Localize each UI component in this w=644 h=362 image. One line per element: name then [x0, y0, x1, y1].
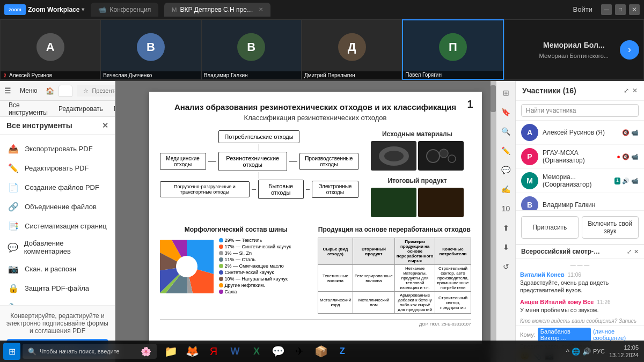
sign-icon[interactable]: ✍ [499, 182, 514, 197]
scroll-thumb[interactable] [491, 85, 496, 112]
topbar-login[interactable]: Войти [573, 5, 599, 13]
tb-app-zoom[interactable]: Z [333, 342, 352, 361]
maximize-btn[interactable]: □ [615, 4, 626, 15]
tool-protect[interactable]: 🔒 Защита PDF-файла [0, 278, 115, 298]
tb-app-office[interactable]: 📦 [311, 342, 331, 361]
chat-sender-2: Анцев ВИталий кому Все [520, 299, 594, 305]
invite-btn[interactable]: Пригласить [521, 216, 579, 239]
page-num-icon[interactable]: 10 [499, 201, 514, 216]
video-thumb-3[interactable]: В Владимир Галкин [201, 19, 302, 80]
comment-pdf-icon[interactable]: 💬 [499, 162, 514, 178]
transform-btn[interactable]: Преобразовать [109, 104, 115, 114]
tab-vcr[interactable]: M ВКР Дегтярев С.Н презента... ✕ [164, 3, 270, 17]
net-icon[interactable]: 🌐 [572, 348, 580, 356]
tab-pdf[interactable]: ☆ Презентация.pdf ✕ [77, 85, 115, 97]
participant-item-2: Р РГАУ-МСХА (Организатор) ● 🔇 📹 [516, 145, 644, 169]
home-icon[interactable]: 🏠 [46, 87, 54, 95]
tool-fix[interactable]: 🔧 Исправить PDF [0, 298, 115, 305]
keyboard-icon[interactable]: РУС [593, 348, 605, 354]
svg-point-4 [448, 155, 456, 162]
start-button[interactable]: ⊞ [3, 343, 20, 360]
tb-app-telegram[interactable]: ✈ [290, 342, 309, 361]
video-thumb-2[interactable]: В Вячеслав Дьяченко [100, 19, 201, 80]
tool-organize[interactable]: 📑 Систематизация страниц [0, 216, 115, 235]
tab-conference[interactable]: 📹 Конференция [91, 3, 158, 17]
taskbar-search[interactable]: 🔍 Чтобы начать поиск, введите 🌸 [23, 344, 157, 359]
chat-close-icon[interactable]: ✕ [634, 248, 639, 255]
tb-app-word[interactable]: W [225, 342, 245, 361]
chat-msg-2: Анцев ВИталий кому Все 11:26 У меня проб… [520, 299, 640, 314]
taskbar-clock[interactable]: 12:05 13.12.2024 [609, 344, 639, 359]
thumbnail-icon[interactable]: ⊞ [499, 85, 514, 100]
dropdown-icon[interactable]: ▾ [82, 6, 84, 12]
pop-out-icon[interactable]: ⤢ [624, 87, 629, 94]
window-controls: ─ □ ✕ [599, 4, 640, 15]
expand-icon[interactable]: ⬆ [499, 220, 514, 235]
menu-btn[interactable]: Меню [16, 85, 41, 96]
organize-icon: 📑 [8, 220, 19, 232]
tool-comment[interactable]: 💬 Добавление комментариев [0, 235, 115, 259]
scrollbar[interactable] [491, 81, 496, 362]
tb-app-files[interactable]: 📁 [161, 342, 180, 361]
unmute-btn[interactable]: Включить свой звук [582, 216, 639, 239]
search-pdf-icon[interactable]: 🔍 [499, 124, 514, 139]
office-icon: 📦 [314, 345, 328, 358]
all-tools-btn[interactable]: Все инструменты [4, 100, 52, 118]
tool-export[interactable]: 📤 Экспортировать PDF [0, 139, 115, 158]
word-icon: W [231, 346, 240, 357]
minimize-btn[interactable]: ─ [601, 4, 612, 15]
sound-icon[interactable]: 🔊 [582, 348, 591, 356]
chevron-icon[interactable]: ^ [566, 348, 569, 356]
collapse-icon[interactable]: ⬇ [499, 240, 514, 255]
annotation-icon[interactable]: ✏️ [499, 143, 514, 158]
diagram-left: Потребительские отходы Медицинские отход… [160, 130, 358, 217]
chat-pop-icon[interactable]: ⤢ [627, 248, 632, 255]
diagram-area: Потребительские отходы Медицинские отход… [160, 130, 471, 217]
tool-scan[interactable]: 📷 Скан. и распозн [0, 259, 115, 278]
zoom-logo-icon: zoom [4, 4, 26, 15]
tool-edit-pdf[interactable]: ✏️ Редактировать PDF [0, 158, 115, 178]
to-select[interactable]: Балабанов Виктор ... [538, 328, 591, 342]
tb-app-excel[interactable]: X [247, 342, 266, 361]
video-thumb-1[interactable]: А 🎙 Алексей Русинов [0, 19, 100, 80]
table-row-1: Текстильные волокна Регенерированные вол… [318, 265, 471, 292]
tb-app-yandex[interactable]: Я [204, 342, 223, 361]
mic-icon-2: 🔇 [622, 153, 630, 160]
left-panel: ☰ Меню 🏠 ВКР Дегтярев С.Н презента... ☆ … [0, 81, 115, 362]
morph-section: Морфологический состав шины [160, 226, 471, 314]
tab-vcr-close[interactable]: ✕ [259, 6, 263, 12]
special-arrow[interactable]: › [620, 40, 639, 60]
tool-merge[interactable]: 🔗 Объединение файлов [0, 197, 115, 216]
chat-msg-1: Виталий Конев 11:06 Здравствуйте, очень … [520, 271, 640, 294]
participants-header-icons: ⤢ ✕ [624, 87, 638, 94]
tool-merge-label: Объединение файлов [25, 203, 97, 211]
tool-create-pdf[interactable]: 📄 Создание файлов PDF [0, 178, 115, 197]
vt-name-1: 🎙 Алексей Русинов [1, 71, 100, 79]
close-btn[interactable]: ✕ [629, 4, 640, 15]
special-thumb[interactable]: Мемориал Бол... Мемориал Болтинского... … [504, 19, 644, 80]
close-participants-icon[interactable]: ✕ [632, 87, 638, 94]
tools-title: Все инструменты [6, 121, 72, 130]
tab-vcr-pdf[interactable]: ВКР Дегтярев С.Н презента... [58, 85, 72, 97]
edit-btn[interactable]: Редактировать [54, 104, 107, 114]
final-product-label: Итоговый продукт [364, 177, 471, 184]
product-img-1 [371, 188, 416, 217]
refresh-icon[interactable]: ↺ [499, 259, 514, 274]
excel-icon: X [253, 346, 260, 357]
participant-search-input[interactable] [521, 104, 639, 117]
flower-icon: 🌸 [141, 346, 151, 357]
hamburger-icon[interactable]: ☰ [4, 86, 11, 95]
clock-time: 12:05 [609, 344, 639, 351]
bookmark-icon[interactable]: 🔖 [499, 105, 514, 120]
video-thumb-4[interactable]: Д Дмитрий Перелыгин [302, 19, 402, 80]
tools-close-btn[interactable]: ✕ [102, 121, 108, 130]
special-label: Мемориал Бол... [543, 40, 605, 50]
personal-label: (личное сообщение) [593, 328, 640, 341]
participant-item-3: М Мемориа... (Соорганизатор) 1 🔊 📹 [516, 169, 644, 193]
video-thumb-5[interactable]: П Павел Горягин [402, 19, 503, 80]
tb-app-viber[interactable]: 💬 [268, 342, 288, 361]
mic-icon-1: 🎙 [3, 73, 8, 78]
tb-app-browser[interactable]: 🦊 [182, 342, 202, 361]
pdf-toolbar: Все инструменты Редактировать Преобразов… [0, 101, 115, 117]
telegram-icon: ✈ [295, 345, 304, 358]
